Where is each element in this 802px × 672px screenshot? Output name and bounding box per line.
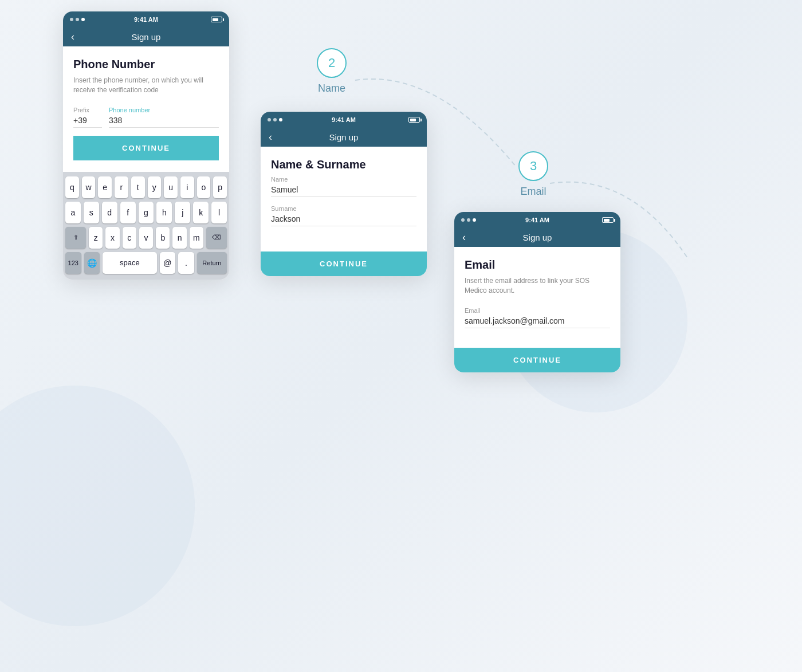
keyboard-row-2: a s d f g h j k l bbox=[65, 202, 227, 223]
battery-fill-1 bbox=[213, 18, 219, 21]
key-z[interactable]: z bbox=[89, 227, 103, 249]
key-u[interactable]: u bbox=[164, 176, 178, 198]
step-2-text: Name bbox=[318, 82, 345, 95]
key-b[interactable]: b bbox=[156, 227, 170, 249]
phone-1-continue-button[interactable]: CONTINUE bbox=[73, 136, 219, 160]
phone-1-nav-title: Sign up bbox=[132, 32, 161, 42]
phone-field-group: Phone number 338 bbox=[109, 107, 219, 128]
key-e[interactable]: e bbox=[98, 176, 112, 198]
key-v[interactable]: v bbox=[139, 227, 153, 249]
step-3-circle: 3 bbox=[518, 151, 548, 181]
email-label: Email bbox=[465, 307, 610, 314]
phone-2-fields: Name Samuel Surname Jackson bbox=[271, 176, 416, 226]
surname-label: Surname bbox=[271, 205, 416, 212]
phone-1-title: Phone Number bbox=[73, 58, 219, 71]
key-return[interactable]: Return bbox=[197, 252, 227, 274]
step-2-circle: 2 bbox=[317, 48, 347, 78]
key-globe[interactable]: 🌐 bbox=[84, 252, 100, 274]
key-h[interactable]: h bbox=[156, 202, 172, 223]
key-j[interactable]: j bbox=[175, 202, 190, 223]
step-2-label: 2 Name bbox=[317, 48, 347, 95]
keyboard-row-3: ⇧ z x c v b n m ⌫ bbox=[65, 227, 227, 249]
phone-1-fields: Prefix +39 Phone number 338 bbox=[73, 107, 219, 128]
prefix-label: Prefix bbox=[73, 107, 102, 113]
step-3-label: 3 Email bbox=[518, 151, 548, 198]
key-d[interactable]: d bbox=[102, 202, 117, 223]
prefix-value: +39 bbox=[73, 116, 102, 128]
signal-dot-3 bbox=[81, 18, 85, 21]
phone-3-battery bbox=[602, 217, 614, 223]
key-g[interactable]: g bbox=[139, 202, 154, 223]
name-value: Samuel bbox=[271, 185, 416, 197]
phone-3-signal bbox=[461, 218, 476, 222]
battery-fill-2 bbox=[410, 119, 416, 121]
key-w[interactable]: w bbox=[82, 176, 96, 198]
phone-2-continue-button[interactable]: CONTINUE bbox=[261, 251, 427, 276]
phone-1-signal bbox=[70, 18, 85, 21]
phone-1-content: Phone Number Insert the phone number, on… bbox=[63, 46, 229, 172]
keyboard-row-1: q w e r t y u i o p bbox=[65, 176, 227, 198]
phone-1-status-bar: 9:41 AM bbox=[63, 11, 229, 27]
email-value: samuel.jackson@gmail.com bbox=[465, 316, 610, 328]
phone-3-content: Email Insert the email address to link y… bbox=[454, 247, 620, 348]
phone-3-title: Email bbox=[465, 258, 610, 272]
key-t[interactable]: t bbox=[131, 176, 145, 198]
key-at[interactable]: @ bbox=[160, 252, 176, 274]
phone-1-nav: ‹ Sign up bbox=[63, 27, 229, 46]
prefix-field-group: Prefix +39 bbox=[73, 107, 102, 128]
key-l[interactable]: l bbox=[211, 202, 227, 223]
key-shift[interactable]: ⇧ bbox=[65, 227, 86, 249]
phone-2-battery bbox=[408, 117, 420, 123]
phone-1-time: 9:41 AM bbox=[134, 16, 158, 23]
phone-3-nav-title: Sign up bbox=[523, 233, 552, 242]
key-y[interactable]: y bbox=[148, 176, 162, 198]
p3-signal-3 bbox=[473, 218, 476, 222]
phone-3-continue-button[interactable]: CONTINUE bbox=[454, 348, 620, 372]
name-field-group: Name Samuel bbox=[271, 176, 416, 197]
phone-2-mockup: 9:41 AM ‹ Sign up Name & Surname Name Sa… bbox=[261, 112, 427, 276]
key-a[interactable]: a bbox=[65, 202, 81, 223]
p2-signal-1 bbox=[268, 118, 271, 121]
bg-circle-1 bbox=[0, 386, 195, 626]
p3-signal-1 bbox=[461, 218, 465, 222]
key-i[interactable]: i bbox=[180, 176, 194, 198]
key-n[interactable]: n bbox=[172, 227, 186, 249]
key-o[interactable]: o bbox=[197, 176, 211, 198]
p3-signal-2 bbox=[467, 218, 470, 222]
phone-3-back-button[interactable]: ‹ bbox=[462, 231, 466, 243]
phone-1-mockup: 9:41 AM ‹ Sign up Phone Number Insert th… bbox=[63, 11, 229, 280]
key-c[interactable]: c bbox=[123, 227, 136, 249]
battery-icon-2 bbox=[408, 117, 420, 123]
phone-3-mockup: 9:41 AM ‹ Sign up Email Insert the email… bbox=[454, 212, 620, 372]
key-dot[interactable]: . bbox=[178, 252, 194, 274]
key-m[interactable]: m bbox=[190, 227, 203, 249]
key-123[interactable]: 123 bbox=[65, 252, 81, 274]
phone-2-time: 9:41 AM bbox=[332, 116, 356, 123]
key-r[interactable]: r bbox=[115, 176, 128, 198]
surname-value: Jackson bbox=[271, 214, 416, 226]
phone-2-status-bar: 9:41 AM bbox=[261, 112, 427, 128]
key-backspace[interactable]: ⌫ bbox=[206, 227, 227, 249]
p2-signal-3 bbox=[279, 118, 282, 121]
phone-1-back-button[interactable]: ‹ bbox=[71, 31, 74, 43]
surname-field-group: Surname Jackson bbox=[271, 205, 416, 226]
key-q[interactable]: q bbox=[65, 176, 79, 198]
battery-icon-3 bbox=[602, 217, 614, 223]
phone-2-back-button[interactable]: ‹ bbox=[269, 131, 272, 143]
key-s[interactable]: s bbox=[84, 202, 99, 223]
key-f[interactable]: f bbox=[120, 202, 136, 223]
key-space[interactable]: space bbox=[103, 252, 156, 274]
phone-1-subtitle: Insert the phone number, on which you wi… bbox=[73, 76, 219, 95]
key-x[interactable]: x bbox=[105, 227, 119, 249]
phone-1-battery bbox=[211, 17, 222, 22]
key-k[interactable]: k bbox=[193, 202, 209, 223]
phone-2-signal bbox=[268, 118, 282, 121]
signal-dot-1 bbox=[70, 18, 73, 21]
phone-label: Phone number bbox=[109, 107, 219, 113]
keyboard-row-4: 123 🌐 space @ . Return bbox=[65, 252, 227, 274]
key-p[interactable]: p bbox=[213, 176, 227, 198]
phone-2-nav: ‹ Sign up bbox=[261, 128, 427, 147]
step-3-text: Email bbox=[520, 186, 546, 198]
battery-fill-3 bbox=[604, 219, 610, 222]
phone-2-title: Name & Surname bbox=[271, 158, 416, 171]
